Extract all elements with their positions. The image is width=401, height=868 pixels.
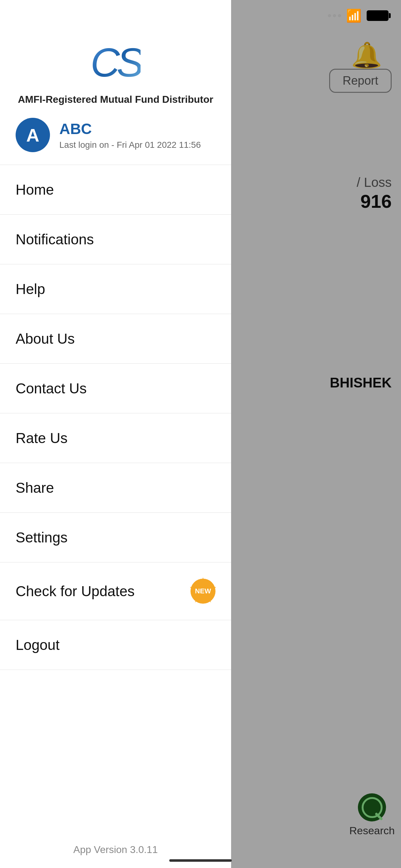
signal-dots-icon: [328, 14, 341, 17]
amfi-text: AMFI-Registered Mutual Fund Distributor: [18, 94, 213, 105]
menu-item-logout-label: Logout: [15, 637, 60, 653]
user-name: ABC: [59, 120, 201, 137]
menu-item-check-for-updates[interactable]: Check for Updates NEW: [0, 562, 231, 620]
menu-item-help-label: Help: [15, 281, 45, 298]
navigation-drawer: CS AMFI-Registered Mutual Fund Distribut…: [0, 0, 231, 868]
menu-item-logout[interactable]: Logout: [0, 620, 231, 670]
new-badge: NEW: [191, 579, 215, 604]
cs-logo: CS: [88, 37, 144, 88]
menu-item-about-us-label: About Us: [15, 330, 75, 347]
menu-item-rate-us-label: Rate Us: [15, 430, 67, 446]
menu-item-settings[interactable]: Settings: [0, 513, 231, 562]
user-info: ABC Last login on - Fri Apr 01 2022 11:5…: [59, 120, 201, 150]
drawer-header: CS AMFI-Registered Mutual Fund Distribut…: [0, 0, 231, 165]
menu-item-settings-label: Settings: [15, 529, 67, 546]
avatar-letter: A: [26, 125, 39, 146]
menu-item-contact-us[interactable]: Contact Us: [0, 364, 231, 413]
menu-item-home-label: Home: [15, 181, 54, 198]
menu-item-share[interactable]: Share: [0, 463, 231, 513]
user-row: A ABC Last login on - Fri Apr 01 2022 11…: [15, 118, 215, 152]
status-icons: 📶: [328, 8, 389, 23]
logo-text: CS: [91, 39, 141, 86]
menu-item-help[interactable]: Help: [0, 264, 231, 314]
menu-item-check-for-updates-label: Check for Updates: [15, 583, 135, 599]
menu-item-home[interactable]: Home: [0, 165, 231, 215]
menu-list: Home Notifications Help About Us Contact…: [0, 165, 231, 832]
avatar: A: [15, 118, 50, 152]
menu-item-notifications[interactable]: Notifications: [0, 215, 231, 264]
home-indicator: [169, 859, 232, 862]
app-version: App Version 3.0.11: [0, 832, 231, 868]
menu-item-rate-us[interactable]: Rate Us: [0, 413, 231, 463]
menu-item-share-label: Share: [15, 479, 54, 496]
battery-icon: [367, 10, 389, 21]
wifi-icon: 📶: [346, 8, 362, 23]
menu-item-contact-us-label: Contact Us: [15, 380, 87, 397]
new-badge-text: NEW: [195, 587, 211, 595]
logo-container: CS: [88, 37, 144, 88]
user-last-login: Last login on - Fri Apr 01 2022 11:56: [59, 140, 201, 150]
menu-item-about-us[interactable]: About Us: [0, 314, 231, 364]
menu-item-notifications-label: Notifications: [15, 231, 94, 248]
